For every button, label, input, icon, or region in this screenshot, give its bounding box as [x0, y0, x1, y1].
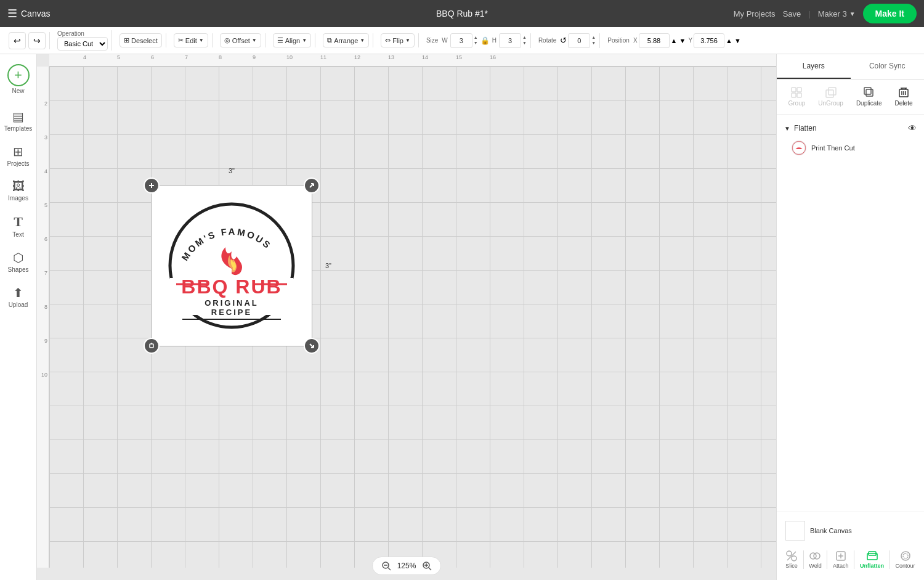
- svg-rect-26: [866, 89, 873, 96]
- upload-label: Upload: [9, 301, 28, 308]
- layer-item[interactable]: RUB Print Then Cut: [782, 137, 919, 159]
- ruler-h-14: 14: [422, 54, 428, 60]
- width-up[interactable]: ▲: [474, 35, 478, 40]
- position-x-input[interactable]: [639, 33, 670, 48]
- delete-button[interactable]: Delete: [890, 84, 918, 109]
- layer-thumbnail: RUB: [792, 141, 806, 155]
- redo-button[interactable]: ↪: [28, 32, 46, 49]
- height-up[interactable]: ▲: [522, 35, 527, 40]
- zoom-out-button[interactable]: [380, 560, 392, 572]
- align-group: ☰ Align ▼: [269, 33, 315, 47]
- align-icon: ☰: [277, 36, 283, 44]
- flip-icon: ⇔: [385, 36, 391, 44]
- position-y-input[interactable]: [694, 33, 724, 48]
- ungroup-button[interactable]: UnGroup: [813, 84, 848, 109]
- slice-button[interactable]: Slice: [783, 548, 800, 571]
- visibility-icon[interactable]: 👁: [908, 123, 917, 133]
- svg-rect-24: [826, 90, 833, 97]
- make-it-button[interactable]: Make It: [863, 4, 917, 23]
- edit-group: ✂ Edit ▼: [170, 33, 213, 47]
- operation-select[interactable]: Basic Cut: [57, 37, 108, 51]
- svg-rect-11: [150, 344, 153, 348]
- templates-icon: ▤: [12, 109, 24, 124]
- flip-chevron: ▼: [405, 38, 410, 43]
- weld-button[interactable]: Weld: [806, 548, 824, 571]
- handle-top-left[interactable]: [144, 178, 160, 194]
- height-input[interactable]: [499, 33, 521, 48]
- rotate-label: Rotate: [538, 37, 556, 44]
- maker-selector[interactable]: Maker 3 ▼: [818, 9, 856, 18]
- tab-color-sync[interactable]: Color Sync: [851, 54, 925, 79]
- sidebar-item-upload[interactable]: ⬆ Upload: [2, 280, 34, 313]
- save-button[interactable]: Save: [783, 9, 801, 18]
- sidebar-item-images[interactable]: 🖼 Images: [2, 174, 34, 206]
- ruler-v-2: 2: [44, 100, 47, 107]
- new-label: New: [12, 88, 24, 94]
- group-label: Group: [788, 100, 806, 107]
- attach-button[interactable]: Attach: [830, 548, 851, 571]
- handle-bottom-right[interactable]: [304, 338, 320, 354]
- rotate-down[interactable]: ▼: [591, 41, 596, 46]
- delete-label: Delete: [895, 100, 913, 107]
- canvas-area[interactable]: 4 5 6 7 8 9 10 11 12 13 14 15 16 2 3 4 5…: [37, 54, 776, 580]
- ruler-v-6: 6: [44, 236, 47, 242]
- deselect-button[interactable]: ⊞ Deselect: [120, 33, 162, 47]
- panel-actions: Group UnGroup Duplicate: [777, 80, 924, 115]
- sidebar-item-templates[interactable]: ▤ Templates: [2, 104, 34, 137]
- menu-button[interactable]: ☰ Canvas: [7, 7, 50, 20]
- hamburger-icon: ☰: [7, 7, 17, 20]
- group-icon: [791, 87, 802, 98]
- deselect-label: Deselect: [131, 37, 158, 44]
- edit-button[interactable]: ✂ Edit ▼: [174, 33, 208, 47]
- contour-button[interactable]: Contour: [893, 548, 917, 571]
- zoom-in-button[interactable]: [421, 560, 433, 572]
- sidebar-item-shapes[interactable]: ⬡ Shapes: [2, 245, 34, 278]
- flatten-label: Flatten: [794, 124, 817, 133]
- rotate-up[interactable]: ▲: [591, 35, 596, 40]
- rotate-icon: ↺: [560, 36, 567, 45]
- svg-rect-22: [792, 93, 796, 97]
- flatten-header[interactable]: ▼ Flatten 👁: [782, 120, 919, 137]
- unflatten-button[interactable]: Unflatten: [857, 548, 886, 571]
- x-up[interactable]: ▲: [671, 37, 678, 44]
- handle-bottom-left[interactable]: [144, 338, 160, 354]
- align-button[interactable]: ☰ Align ▼: [273, 33, 311, 47]
- design-element[interactable]: 3" 3" MOM'S FAMOUS: [151, 185, 312, 346]
- flip-label: Flip: [392, 37, 403, 44]
- sidebar-item-text[interactable]: T Text: [2, 209, 34, 243]
- arrange-button[interactable]: ⧉ Arrange ▼: [323, 33, 369, 47]
- unflatten-icon: [867, 550, 878, 562]
- new-button[interactable]: + New: [2, 59, 34, 99]
- ruler-v-4: 4: [44, 168, 47, 174]
- app-label: Canvas: [21, 9, 50, 18]
- offset-group: ◎ Offset ▼: [216, 33, 265, 47]
- offset-chevron: ▼: [252, 38, 257, 43]
- y-up[interactable]: ▲: [726, 37, 732, 44]
- lock-icon[interactable]: 🔒: [480, 36, 490, 45]
- offset-icon: ◎: [224, 36, 230, 44]
- rotate-input[interactable]: [568, 33, 590, 48]
- delete-icon: [898, 87, 909, 98]
- my-projects-link[interactable]: My Projects: [734, 9, 776, 18]
- topbar-right: My Projects Save | Maker 3 ▼ Make It: [734, 4, 917, 23]
- width-input[interactable]: [450, 33, 472, 48]
- divider-3: [854, 550, 854, 569]
- tab-layers[interactable]: Layers: [777, 54, 851, 79]
- topbar-separator: |: [808, 9, 810, 18]
- x-down[interactable]: ▼: [679, 37, 686, 44]
- height-down[interactable]: ▼: [522, 41, 527, 46]
- right-panel: Layers Color Sync Group UnGroup: [776, 54, 924, 580]
- sidebar-item-projects[interactable]: ⊞ Projects: [2, 139, 34, 172]
- handle-top-right[interactable]: [304, 178, 320, 194]
- offset-button[interactable]: ◎ Offset ▼: [220, 33, 261, 47]
- duplicate-button[interactable]: Duplicate: [851, 84, 887, 109]
- flip-button[interactable]: ⇔ Flip ▼: [381, 33, 415, 47]
- divider-2: [827, 550, 827, 569]
- undo-button[interactable]: ↩: [9, 32, 26, 49]
- svg-rect-27: [864, 88, 871, 94]
- ruler-h-11: 11: [320, 54, 326, 60]
- panel-tabs: Layers Color Sync: [777, 54, 924, 80]
- y-down[interactable]: ▼: [734, 37, 741, 44]
- width-down[interactable]: ▼: [474, 41, 478, 46]
- group-button[interactable]: Group: [784, 84, 811, 109]
